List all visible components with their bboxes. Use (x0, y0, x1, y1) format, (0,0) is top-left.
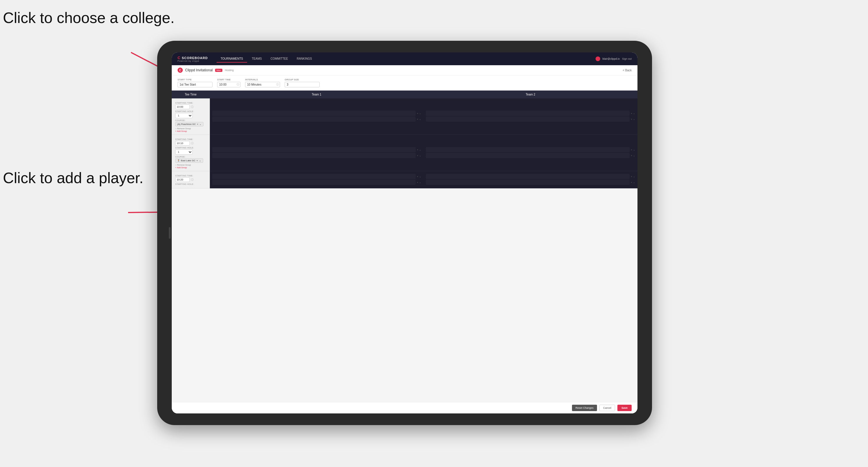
add-group-btn-1[interactable]: + Add Group (175, 130, 206, 132)
starting-time-value-1: ⓘ (175, 104, 206, 109)
player-edit-icon[interactable]: × (631, 112, 632, 115)
remove-group-btn-1[interactable]: ○ Remove Group (175, 127, 206, 130)
player-slot[interactable] (426, 153, 630, 158)
add-group-btn-2[interactable]: + Add Group (175, 166, 206, 168)
starting-time-value-3: ⓘ (175, 177, 206, 182)
player-edit-icon[interactable]: × (417, 175, 418, 178)
player-more-icon[interactable]: ⌄ (633, 154, 635, 157)
starting-hole-select-2[interactable]: 1 (175, 149, 193, 155)
starting-time-label-3: STARTING TIME: (175, 175, 206, 177)
starting-hole-value-2: 1 (175, 149, 206, 155)
bottom-bar: Reset Changes Cancel Save (172, 402, 638, 413)
player-slot[interactable] (212, 153, 416, 158)
player-edit-icon[interactable]: × (631, 118, 632, 121)
player-actions: × ⌄ (417, 118, 421, 121)
player-slot[interactable] (212, 180, 416, 185)
nav-brand: C SCOREBOARD Powered by clippd (178, 56, 208, 62)
player-slot[interactable] (426, 180, 630, 185)
group-2-team2-player-2: × ⌄ (426, 153, 635, 158)
player-edit-icon[interactable]: × (417, 112, 418, 115)
starting-time-value-2: ⓘ (175, 141, 206, 146)
remove-group-btn-2[interactable]: ○ Remove Group (175, 164, 206, 166)
sub-header: C Clippd Invitational Men Hosting < Back (172, 65, 638, 75)
player-slot[interactable] (212, 174, 416, 179)
powered-by: Powered by clippd (178, 60, 208, 62)
course-chevron-icon-2[interactable]: ⌄ (199, 159, 201, 162)
player-slot[interactable] (426, 117, 630, 122)
player-more-icon[interactable]: ⌄ (419, 112, 421, 115)
starting-hole-select-1[interactable]: 1 (175, 113, 193, 118)
reset-changes-button[interactable]: Reset Changes (572, 405, 597, 411)
player-more-icon[interactable]: ⌄ (419, 149, 421, 151)
player-edit-icon[interactable]: × (631, 149, 632, 151)
player-edit-icon[interactable]: × (417, 181, 418, 184)
group-1-left-panel: STARTING TIME: ⓘ STARTING HOLE: 1 (172, 98, 210, 135)
group-size-select[interactable]: 3 (285, 82, 320, 87)
player-slot[interactable] (212, 147, 416, 152)
group-size-input-wrap: 3 (285, 82, 320, 87)
brand-icon: C (178, 56, 181, 60)
player-slot[interactable] (426, 174, 630, 179)
cancel-button[interactable]: Cancel (599, 405, 615, 411)
course-remove-icon-2[interactable]: × (196, 159, 198, 162)
group-1-team2-player-1: × ⌄ (426, 111, 635, 116)
player-more-icon[interactable]: ⌄ (633, 181, 635, 184)
player-slot[interactable] (212, 111, 416, 116)
player-edit-icon[interactable]: × (417, 118, 418, 121)
add-icon-1: + (175, 130, 176, 132)
starting-time-input-2[interactable] (175, 141, 190, 146)
player-more-icon[interactable]: ⌄ (419, 175, 421, 178)
course-label-1: COURSE: (175, 119, 206, 121)
player-more-icon[interactable]: ⌄ (633, 149, 635, 151)
event-gender-badge: Men (215, 69, 223, 72)
group-3-team1-player-1: × ⌄ (212, 174, 422, 179)
course-label-2: COURSE: (175, 156, 206, 158)
nav-tab-tournaments[interactable]: TOURNAMENTS (217, 55, 247, 63)
intervals-select[interactable]: 10 Minutes (245, 82, 280, 87)
event-status: Hosting (225, 69, 234, 72)
nav-tab-teams[interactable]: TEAMS (248, 55, 266, 63)
course-tag-1[interactable]: (A) Peachtree GC × ⌄ (175, 122, 204, 126)
course-tag-2[interactable]: 🏌 East Lake GC × ⌄ (175, 158, 203, 163)
starting-time-input-1[interactable] (175, 104, 190, 109)
player-slot[interactable] (426, 147, 630, 152)
table-row: STARTING TIME: ⓘ STARTING HOLE: 1 (172, 98, 638, 135)
remove-icon-1: ○ (175, 127, 176, 130)
group-3-left-panel: STARTING TIME: ⓘ STARTING HOLE: (172, 171, 210, 188)
nav-tabs: TOURNAMENTS TEAMS COMMITTEE RANKINGS (217, 55, 595, 63)
player-slot[interactable] (212, 117, 416, 122)
form-row: Start Type 1st Tee Start Start Time ⓘ In… (172, 75, 638, 91)
tablet-screen: C SCOREBOARD Powered by clippd TOURNAMEN… (172, 53, 638, 413)
starting-time-label-2: STARTING TIME: (175, 138, 206, 140)
back-button[interactable]: < Back (623, 69, 632, 72)
save-button[interactable]: Save (617, 405, 632, 411)
player-slot[interactable] (426, 111, 630, 116)
nav-tab-committee[interactable]: COMMITTEE (266, 55, 292, 63)
starting-time-input-3[interactable] (175, 177, 190, 182)
player-actions: × ⌄ (631, 175, 635, 178)
player-edit-icon[interactable]: × (631, 154, 632, 157)
player-edit-icon[interactable]: × (631, 175, 632, 178)
event-title: C Clippd Invitational Men Hosting (178, 67, 234, 73)
add-icon-2: + (175, 166, 176, 168)
course-remove-icon-1[interactable]: × (197, 123, 198, 125)
player-more-icon[interactable]: ⌄ (419, 118, 421, 121)
start-time-group: Start Time ⓘ (217, 78, 241, 87)
player-more-icon[interactable]: ⌄ (633, 175, 635, 178)
player-edit-icon[interactable]: × (417, 149, 418, 151)
nav-tab-rankings[interactable]: RANKINGS (292, 55, 316, 63)
annotation-add-player: Click to add a player. (3, 169, 144, 187)
user-email: blair@clippd.io (602, 57, 620, 60)
col-team2: Team 2 (424, 91, 638, 98)
group-2-team1-player-2: × ⌄ (212, 153, 422, 158)
player-more-icon[interactable]: ⌄ (633, 118, 635, 121)
player-more-icon[interactable]: ⌄ (419, 181, 421, 184)
player-more-icon[interactable]: ⌄ (419, 154, 421, 157)
schedule-table: Tee Time Team 1 Team 2 STARTING TIME: ⓘ (172, 91, 638, 188)
course-chevron-icon-1[interactable]: ⌄ (199, 123, 202, 125)
sign-out-link[interactable]: Sign out (622, 57, 632, 60)
player-more-icon[interactable]: ⌄ (633, 112, 635, 115)
player-edit-icon[interactable]: × (417, 154, 418, 157)
start-type-select[interactable]: 1st Tee Start (178, 82, 213, 87)
player-edit-icon[interactable]: × (631, 181, 632, 184)
